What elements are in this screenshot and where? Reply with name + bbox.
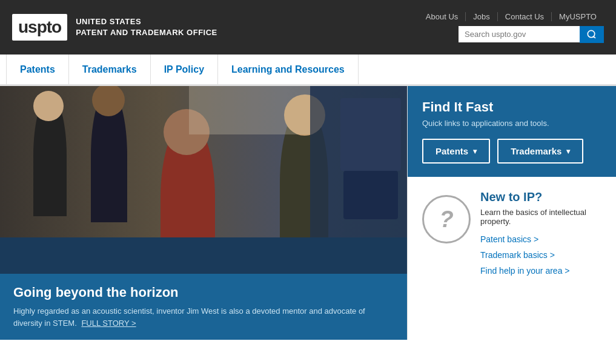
myuspto-link[interactable]: MyUSPTO [552, 12, 604, 21]
jobs-link[interactable]: Jobs [466, 12, 497, 21]
patents-quick-button[interactable]: Patents ▾ [422, 139, 490, 164]
find-fast-subtitle: Quick links to applications and tools. [422, 119, 601, 128]
nav-patents[interactable]: Patents [6, 55, 69, 84]
top-nav-links: About Us Jobs Contact Us MyUSPTO [419, 12, 604, 21]
about-us-link[interactable]: About Us [419, 12, 466, 21]
logo-box: uspto [12, 14, 67, 41]
search-button[interactable] [580, 26, 604, 43]
hero-image-bg [0, 86, 407, 274]
trademark-basics-link[interactable]: Trademark basics > [480, 250, 601, 260]
trademarks-quick-button[interactable]: Trademarks ▾ [497, 139, 583, 164]
ip-links: Patent basics > Trademark basics > Find … [480, 234, 601, 276]
nav-trademarks[interactable]: Trademarks [69, 55, 151, 84]
nav-ip-policy[interactable]: IP Policy [151, 55, 218, 84]
new-ip-content: New to IP? Learn the basics of intellect… [480, 190, 601, 276]
find-fast-title: Find It Fast [422, 99, 601, 115]
contact-us-link[interactable]: Contact Us [498, 12, 552, 21]
new-to-ip-title: New to IP? [480, 190, 601, 204]
new-to-ip-section: ? New to IP? Learn the basics of intelle… [408, 177, 616, 289]
right-sidebar: Find It Fast Quick links to applications… [407, 86, 616, 340]
search-input[interactable] [459, 26, 580, 42]
search-bar [459, 26, 604, 43]
main-content: Going beyond the horizon Highly regarded… [0, 86, 616, 340]
main-nav: Patents Trademarks IP Policy Learning an… [0, 55, 616, 86]
new-to-ip-subtitle: Learn the basics of intellectual propert… [480, 208, 601, 226]
quick-links: Patents ▾ Trademarks ▾ [422, 139, 601, 164]
site-header: uspto UNITED STATES PATENT AND TRADEMARK… [0, 0, 616, 55]
hero-image [0, 86, 407, 274]
hero-caption: Going beyond the horizon Highly regarded… [0, 274, 407, 340]
search-icon [587, 30, 597, 39]
find-help-link[interactable]: Find help in your area > [480, 266, 601, 276]
hero-description: Highly regarded as an acoustic scientist… [13, 305, 394, 329]
hero-title: Going beyond the horizon [13, 285, 394, 300]
find-it-fast-section: Find It Fast Quick links to applications… [408, 86, 616, 177]
logo-area: uspto UNITED STATES PATENT AND TRADEMARK… [12, 14, 217, 41]
full-story-link[interactable]: FULL STORY > [81, 319, 136, 328]
patent-basics-link[interactable]: Patent basics > [480, 234, 601, 244]
agency-name: UNITED STATES PATENT AND TRADEMARK OFFIC… [76, 16, 217, 38]
hero-area: Going beyond the horizon Highly regarded… [0, 86, 407, 340]
logo-text: uspto [18, 18, 61, 36]
header-right: About Us Jobs Contact Us MyUSPTO [419, 12, 604, 43]
patents-arrow-icon: ▾ [473, 147, 477, 156]
nav-learning-resources[interactable]: Learning and Resources [218, 55, 359, 84]
trademarks-arrow-icon: ▾ [566, 147, 570, 156]
question-mark-icon: ? [422, 195, 471, 243]
